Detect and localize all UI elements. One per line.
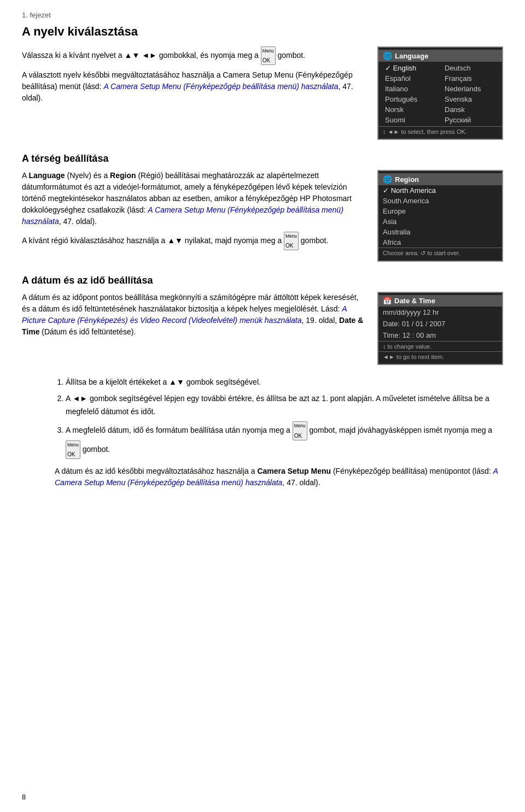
language-item-svenska: Svenska: [440, 94, 500, 104]
calendar-icon: 📅: [383, 297, 392, 305]
section3-intro-text: A dátum és az időpont pontos beállítása …: [22, 292, 364, 342]
menu-ok-icon-3: MenuOK: [293, 421, 307, 440]
camera-setup-menu-label: Camera Setup Menu: [257, 467, 331, 475]
chapter-label: 1. fejezet: [22, 11, 503, 19]
section3-steps: Állítsa be a kijelölt értékeket a ▲▼ gom…: [22, 376, 503, 459]
region-menu-footer: Choose area. ↺ to start over.: [378, 248, 502, 258]
arrows-leftright-symbol: ◄►: [72, 394, 88, 403]
section2-heading: A térség beállítása: [22, 153, 503, 164]
datetime-menu-title: 📅 Date & Time: [378, 295, 502, 307]
language-item-english: English: [381, 63, 440, 73]
section1-heading: A nyelv kiválasztása: [22, 25, 503, 39]
datetime-format-line: mm/dd/yyyy 12 hr: [378, 307, 502, 318]
nav-arrows-symbol: ▲▼ ◄►: [125, 51, 157, 60]
language-item-dansk: Dansk: [440, 104, 500, 115]
language-menu-screenshot: 🌐 Language English Deutsch Español Franç…: [377, 46, 503, 140]
section1-link: A Camera Setup Menu (Fényképezőgép beáll…: [103, 82, 338, 91]
language-menu-title: 🌐 Language: [378, 50, 502, 62]
language-item-suomi: Suomi: [381, 115, 440, 125]
arrows-updown-symbol: ▲▼: [169, 378, 184, 386]
datetime-menu: 📅 Date & Time mm/dd/yyyy 12 hr Date: 01 …: [377, 292, 503, 365]
menu-ok-icon-4: MenuOK: [66, 440, 80, 459]
region-item-north-america: North America: [378, 185, 502, 196]
section1-change-note: A választott nyelv későbbi megváltoztatá…: [22, 69, 364, 104]
region-item-africa: Africa: [378, 237, 502, 248]
region-item-europe: Europe: [378, 206, 502, 216]
menu-superscript: Menu: [262, 48, 274, 54]
language-item-russian: Русский: [440, 115, 500, 125]
section3-intro-para: A dátum és az időpont pontos beállítása …: [22, 292, 364, 338]
datetime-time-line: Time: 12 : 00 am: [378, 329, 502, 341]
section2-text: A Language (Nyelv) és a Region (Régió) b…: [22, 170, 364, 255]
datetime-menu-screenshot: 📅 Date & Time mm/dd/yyyy 12 hr Date: 01 …: [377, 292, 503, 365]
steps-list: Állítsa be a kijelölt értékeket a ▲▼ gom…: [55, 376, 503, 459]
region-item-south-america: South America: [378, 196, 502, 206]
language-menu: 🌐 Language English Deutsch Español Franç…: [377, 46, 503, 140]
region-menu-title: 🌐 Region: [378, 173, 502, 185]
section3-change-note: A dátum és az idő későbbi megváltoztatás…: [22, 466, 503, 489]
section2-arrow-note: A kívánt régió kiválasztásához használja…: [22, 232, 364, 250]
section1-intro-para: Válassza ki a kívánt nyelvet a ▲▼ ◄► gom…: [22, 46, 364, 65]
language-menu-footer: ↕ ◄► to select, then press OK.: [378, 126, 502, 137]
datetime-date-line: Date: 01 / 01 / 2007: [378, 318, 502, 329]
language-item-espanol: Español: [381, 73, 440, 84]
language-item-nederlands: Nederlands: [440, 84, 500, 94]
language-item-deutsch: Deutsch: [440, 63, 500, 73]
region-menu-screenshot: 🌐 Region North America South America Eur…: [377, 170, 503, 262]
section3-heading: A dátum és az idő beállítása: [22, 275, 503, 286]
language-menu-grid: English Deutsch Español Français Italian…: [378, 62, 502, 126]
region-word: Region: [110, 171, 136, 180]
datetime-footer1: ↕ to change value.: [378, 341, 502, 351]
region-menu: 🌐 Region North America South America Eur…: [377, 170, 503, 262]
step-1: Állítsa be a kijelölt értékeket a ▲▼ gom…: [66, 376, 503, 389]
menu-ok-icon-2: MenuOK: [284, 232, 299, 250]
menu-superscript-3: Menu: [294, 423, 306, 428]
language-item-norsk: Norsk: [381, 104, 440, 115]
region-item-asia: Asia: [378, 216, 502, 227]
step-2: A ◄► gombok segítségével lépjen egy tová…: [66, 392, 503, 419]
nav-arrows-updown: ▲▼: [167, 236, 183, 245]
section1-text: Válassza ki a kívánt nyelvet a ▲▼ ◄► gom…: [22, 46, 364, 108]
region-item-australia: Australia: [378, 227, 502, 237]
language-word: Language: [28, 171, 65, 180]
language-item-portugues: Português: [381, 94, 440, 104]
language-item-italiano: Italiano: [381, 84, 440, 94]
page-number: 8: [22, 793, 26, 801]
datetime-footer2: ◄► to go to next item.: [378, 351, 502, 362]
menu-ok-icon-1: MenuOK: [261, 46, 276, 65]
step-3: A megfelelő dátum, idő és formátum beáll…: [66, 421, 503, 459]
menu-superscript-4: Menu: [67, 442, 79, 448]
section2-body-para: A Language (Nyelv) és a Region (Régió) b…: [22, 170, 364, 227]
language-item-francais: Français: [440, 73, 500, 84]
menu-superscript-2: Menu: [285, 233, 297, 239]
region-globe-icon: 🌐: [383, 175, 392, 184]
globe-icon: 🌐: [383, 51, 392, 60]
